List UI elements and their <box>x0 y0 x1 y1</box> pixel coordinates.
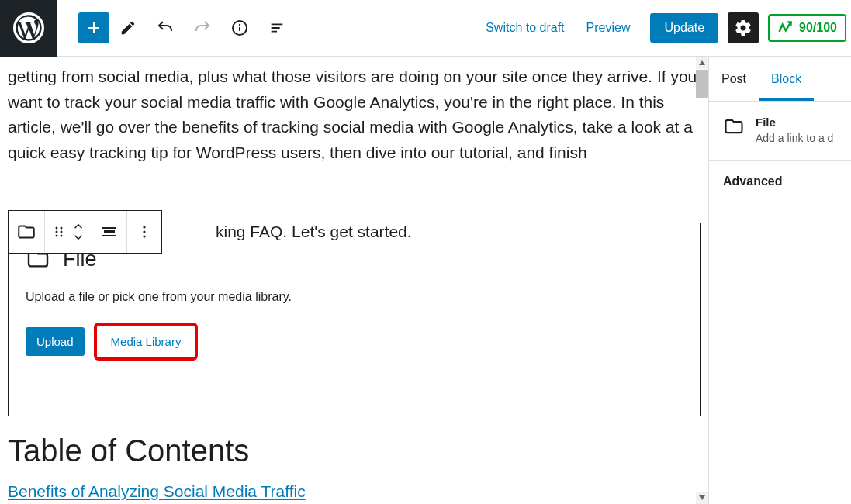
svg-point-8 <box>61 235 63 237</box>
settings-gear-button[interactable] <box>728 12 759 43</box>
score-value: 90/100 <box>799 21 837 35</box>
file-card-icon <box>723 116 745 137</box>
svg-point-10 <box>143 226 145 228</box>
tab-post[interactable]: Post <box>709 57 759 101</box>
media-library-button[interactable]: Media Library <box>99 327 194 356</box>
pencil-icon <box>119 19 137 36</box>
drag-handle[interactable] <box>51 223 67 241</box>
redo-icon <box>193 19 212 37</box>
drag-icon <box>51 223 67 241</box>
toc-heading[interactable]: Table of Contents <box>8 433 701 468</box>
switch-to-draft-link[interactable]: Switch to draft <box>475 21 575 35</box>
file-icon <box>16 222 36 242</box>
block-toolbar <box>8 210 162 254</box>
score-check-icon <box>777 20 793 36</box>
chevron-up-icon <box>71 221 85 232</box>
preview-link[interactable]: Preview <box>576 21 642 35</box>
block-card-description: Add a link to a d <box>756 132 833 144</box>
update-button[interactable]: Update <box>650 13 718 43</box>
plus-icon <box>85 19 103 37</box>
svg-point-3 <box>56 227 58 230</box>
paragraph-tail[interactable]: king FAQ. Let's get started. <box>216 219 412 245</box>
triangle-down-icon <box>698 494 706 502</box>
paragraph-fragment[interactable]: getting from social media, plus what tho… <box>8 64 701 165</box>
advanced-panel-toggle[interactable]: Advanced <box>709 161 851 202</box>
editor-topbar: Switch to draft Preview Update 90/100 <box>0 0 851 57</box>
scroll-up-arrow[interactable] <box>696 57 708 69</box>
redo-button <box>184 9 221 47</box>
undo-icon <box>156 19 175 37</box>
move-down-button[interactable] <box>71 232 85 243</box>
add-block-button[interactable] <box>78 12 109 43</box>
scroll-down-arrow[interactable] <box>696 492 708 504</box>
chevron-down-icon <box>71 232 85 243</box>
callout-highlight: Media Library <box>94 323 199 361</box>
tab-block[interactable]: Block <box>759 57 814 101</box>
more-vertical-icon <box>135 223 154 241</box>
align-button[interactable] <box>92 211 127 253</box>
editor-scrollbar[interactable] <box>696 57 708 504</box>
block-more-options[interactable] <box>127 211 161 253</box>
svg-point-4 <box>61 227 63 230</box>
seo-score-badge[interactable]: 90/100 <box>768 14 846 42</box>
settings-sidebar: Post Block File Add a link to a d Advanc… <box>708 57 851 504</box>
svg-point-5 <box>56 231 58 233</box>
wordpress-icon <box>13 12 44 43</box>
svg-point-12 <box>143 235 145 237</box>
sidebar-tabs: Post Block <box>709 57 851 102</box>
move-up-button[interactable] <box>71 221 85 232</box>
block-card-title: File <box>756 116 833 129</box>
document-info-button[interactable] <box>221 9 258 47</box>
file-block-description: Upload a file or pick one from your medi… <box>26 290 686 304</box>
list-view-icon <box>268 19 285 36</box>
upload-button[interactable]: Upload <box>26 327 85 356</box>
gear-icon <box>734 19 752 37</box>
block-card-file: File Add a link to a d <box>709 102 851 161</box>
svg-point-11 <box>143 230 145 233</box>
edit-mode-button[interactable] <box>109 9 147 47</box>
toc-link-benefits[interactable]: Benefits of Analyzing Social Media Traff… <box>8 482 701 501</box>
undo-button[interactable] <box>147 9 184 47</box>
block-type-button[interactable] <box>9 211 45 253</box>
svg-rect-9 <box>104 230 115 233</box>
svg-point-7 <box>56 235 58 237</box>
svg-point-2 <box>239 24 240 26</box>
outline-button[interactable] <box>258 9 296 47</box>
align-icon <box>100 223 119 241</box>
triangle-up-icon <box>698 59 706 67</box>
info-icon <box>230 19 249 37</box>
editor-canvas: getting from social media, plus what tho… <box>0 57 708 504</box>
scroll-thumb[interactable] <box>696 70 708 98</box>
svg-point-6 <box>61 231 63 233</box>
wp-logo-home[interactable] <box>0 0 57 57</box>
